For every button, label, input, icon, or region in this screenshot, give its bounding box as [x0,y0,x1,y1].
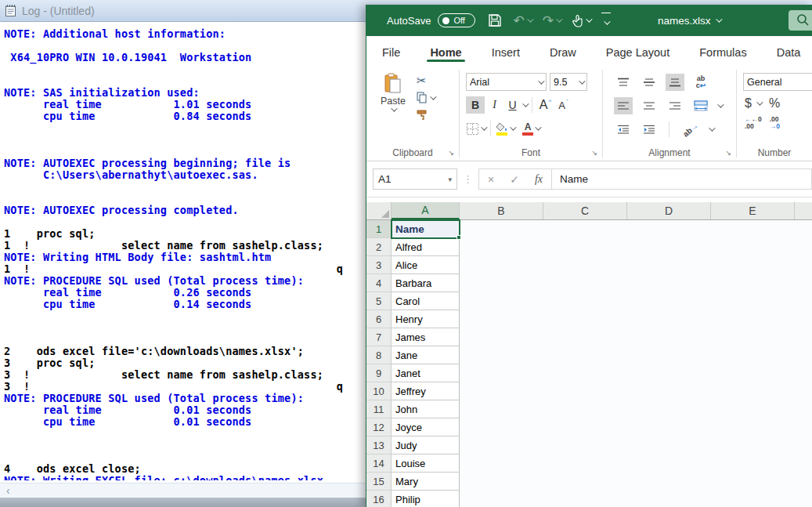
middle-align-button[interactable] [640,74,659,91]
row-header-1[interactable]: 1 [366,220,392,238]
search-box[interactable] [789,10,812,31]
italic-button[interactable]: I [486,96,503,114]
orientation-chevron-icon[interactable] [709,125,715,131]
number-format-combo[interactable]: General [743,73,812,91]
cell-a7[interactable]: James [392,328,460,346]
alignment-dialog-launcher[interactable]: ↘ [724,148,732,158]
font-color-button[interactable]: A [522,122,533,136]
underline-button[interactable]: U [504,96,521,114]
cut-icon[interactable]: ✂ [417,74,435,86]
tab-page-layout[interactable]: Page Layout [604,40,671,63]
column-header-c[interactable]: C [543,202,627,219]
align-left-button[interactable] [614,97,633,114]
row-header-5[interactable]: 5 [366,292,392,310]
orientation-button[interactable]: ab→ [680,121,702,138]
row-header-10[interactable]: 10 [366,382,392,400]
save-icon[interactable] [488,13,502,27]
document-title[interactable]: names.xlsx [658,15,721,27]
row-header-3[interactable]: 3 [366,256,392,274]
cell-a9[interactable]: Janet [392,364,460,382]
cell-a11[interactable]: John [392,400,460,418]
format-painter-icon[interactable] [417,109,435,120]
customize-qat-icon[interactable] [601,13,611,28]
row-header-12[interactable]: 12 [366,418,392,436]
increase-decimal-button[interactable]: ←←0 .00 [745,116,762,129]
copy-icon[interactable] [417,92,435,103]
column-header-d[interactable]: D [627,202,711,219]
cell-a3[interactable]: Alice [392,256,460,274]
currency-chevron-icon[interactable] [756,99,763,105]
wrap-text-button[interactable]: ab c↩ [691,74,710,91]
cell-a12[interactable]: Joyce [392,418,460,436]
tab-file[interactable]: File [381,40,402,63]
row-header-14[interactable]: 14 [366,454,392,473]
merge-chevron-icon[interactable] [717,101,724,107]
tab-formulas[interactable]: Formulas [698,40,748,63]
insert-function-button[interactable]: fx [526,173,551,186]
row-header-7[interactable]: 7 [366,328,392,346]
align-right-button[interactable] [666,97,684,114]
scroll-left-arrow-icon[interactable]: ‹ [0,485,10,496]
tab-draw[interactable]: Draw [548,40,578,63]
row-header-4[interactable]: 4 [366,274,392,292]
cell-a8[interactable]: Jane [392,346,460,364]
formula-input[interactable]: Name [552,168,812,190]
fill-color-button[interactable] [496,122,508,136]
select-all-corner[interactable] [366,202,392,219]
row-header-11[interactable]: 11 [366,400,392,418]
bottom-align-button[interactable] [666,74,684,91]
log-text-area[interactable]: NOTE: Additional host information: X64_1… [0,22,366,480]
row-header-16[interactable]: 16 [366,491,392,507]
merge-center-button[interactable] [691,97,710,114]
decrease-font-button[interactable]: Aˇ [555,96,572,114]
cell-a13[interactable]: Judy [392,436,460,454]
top-align-button[interactable] [614,74,633,91]
decrease-indent-button[interactable] [614,121,633,138]
increase-font-button[interactable]: A^ [537,96,554,114]
borders-chevron-icon[interactable] [481,124,487,130]
column-header-e[interactable]: E [711,202,795,219]
font-name-combo[interactable]: Arial [466,73,547,91]
cell-a15[interactable]: Mary [392,473,460,491]
tab-insert[interactable]: Insert [490,40,521,63]
percent-button[interactable]: % [769,96,780,110]
cell-a16[interactable]: Philip [392,491,460,507]
tab-home[interactable]: Home [428,40,463,63]
touch-mode-icon[interactable] [572,14,590,27]
autosave-toggle[interactable]: Off [438,13,475,27]
cell-a1[interactable]: Name [392,220,460,238]
name-box[interactable]: A1▾ [373,168,457,190]
enter-button[interactable]: ✓ [503,173,526,186]
column-header-a[interactable]: A [392,202,460,219]
row-header-6[interactable]: 6 [366,310,392,328]
cell-a10[interactable]: Jeffrey [392,382,460,400]
font-size-combo[interactable]: 9.5 [550,73,587,91]
cell-a5[interactable]: Carol [392,292,460,310]
row-header-9[interactable]: 9 [366,364,392,382]
row-header-8[interactable]: 8 [366,346,392,364]
cell-a2[interactable]: Alfred [392,238,460,256]
decrease-decimal-button[interactable]: .00 →0 [770,116,780,129]
row-header-13[interactable]: 13 [366,436,392,454]
cell-a4[interactable]: Barbara [392,274,460,292]
cancel-button[interactable]: × [479,173,503,186]
row-header-15[interactable]: 15 [366,473,392,491]
fill-color-chevron-icon[interactable] [510,124,516,130]
undo-icon[interactable]: ↶ [513,14,531,27]
formula-bar-divider[interactable]: ⋮ [463,173,473,185]
cell-a14[interactable]: Louise [392,454,460,473]
font-color-chevron-icon[interactable] [535,124,541,130]
tab-data[interactable]: Data [775,40,803,63]
cell-a6[interactable]: Henry [392,310,460,328]
log-horizontal-scrollbar[interactable]: ‹ [0,483,366,498]
increase-indent-button[interactable] [640,121,659,138]
center-button[interactable] [640,97,659,114]
column-header-b[interactable]: B [460,202,543,219]
clipboard-dialog-launcher[interactable]: ↘ [447,148,455,158]
bold-button[interactable]: B [466,96,485,114]
font-dialog-launcher[interactable]: ↘ [590,148,598,158]
column-header-partial[interactable] [795,202,812,219]
borders-button[interactable] [466,122,479,136]
underline-chevron-icon[interactable] [522,100,529,107]
currency-button[interactable]: $ [745,96,752,110]
